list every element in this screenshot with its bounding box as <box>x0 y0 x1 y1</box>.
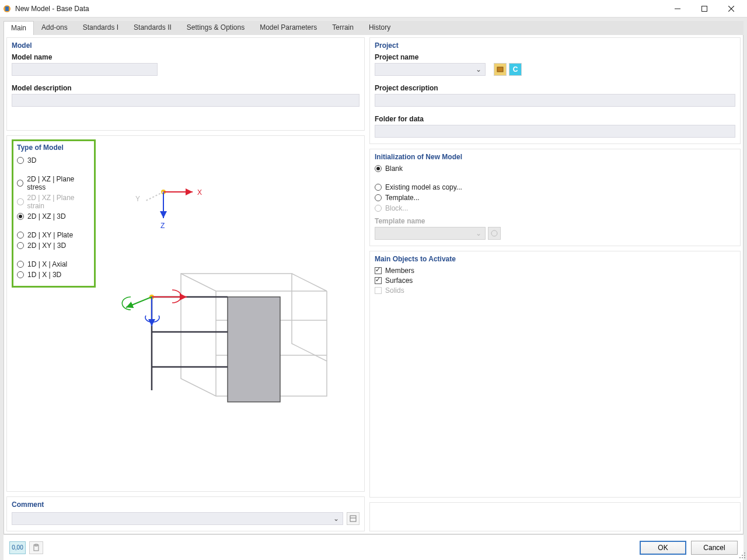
model-type-label: 2D | XY | Plate <box>27 231 73 239</box>
clipboard-button[interactable] <box>29 541 43 554</box>
titlebar: New Model - Base Data <box>0 0 747 18</box>
model-type-label: 1D | X | 3D <box>27 271 61 279</box>
svg-rect-3 <box>702 6 707 11</box>
chevron-down-icon: ⌄ <box>474 65 483 74</box>
init-title: Initialization of New Model <box>375 153 735 161</box>
model-type-option[interactable]: 2D | XY | 3D <box>17 242 90 250</box>
svg-point-28 <box>742 557 743 558</box>
svg-line-11 <box>145 192 163 201</box>
project-manager-button[interactable] <box>494 63 507 76</box>
init-option[interactable]: Template... <box>375 194 735 202</box>
svg-line-17 <box>126 297 152 307</box>
project-desc-label: Project description <box>375 84 735 92</box>
object-option[interactable]: Members <box>375 267 735 275</box>
svg-rect-1 <box>5 6 9 11</box>
tab-terrain[interactable]: Terrain <box>324 20 361 35</box>
init-option-label: Block... <box>385 204 408 212</box>
right-spacer-group <box>369 502 741 531</box>
chevron-down-icon: ⌄ <box>332 514 340 523</box>
tabstrip: Main Add-ons Standards I Standards II Se… <box>4 21 743 35</box>
model-type-option[interactable]: 3D <box>17 156 90 164</box>
project-desc-input[interactable] <box>375 94 735 107</box>
init-option-label: Blank <box>385 164 403 173</box>
svg-marker-13 <box>228 297 280 402</box>
svg-text:Z: Z <box>160 222 165 230</box>
init-option[interactable]: Blank <box>375 164 735 173</box>
ok-button[interactable]: OK <box>640 541 686 555</box>
init-group: Initialization of New Model BlankExistin… <box>369 149 741 246</box>
cancel-button[interactable]: Cancel <box>691 541 738 555</box>
project-name-label: Project name <box>375 53 735 61</box>
tab-history[interactable]: History <box>361 20 398 35</box>
object-option-label: Members <box>385 267 414 275</box>
resize-grip-icon[interactable] <box>739 552 746 559</box>
object-option[interactable]: Surfaces <box>375 276 735 285</box>
type-of-model-highlight: Type of Model 3D2D | XZ | Plane stress2D… <box>12 139 96 288</box>
model-type-label: 2D | XZ | Plane stress <box>27 175 90 191</box>
chevron-down-icon: ⌄ <box>474 229 483 237</box>
model-type-option[interactable]: 1D | X | Axial <box>17 260 90 268</box>
folder-input[interactable] <box>375 125 735 138</box>
tab-standards2[interactable]: Standards II <box>126 20 179 35</box>
init-option[interactable]: Existing model as copy... <box>375 183 735 191</box>
model-type-label: 2D | XY | 3D <box>27 242 66 250</box>
units-button[interactable]: 0,00 <box>9 541 26 554</box>
type-of-model-group: Type of Model 3D2D | XZ | Plane stress2D… <box>6 135 365 492</box>
init-option-label: Template... <box>385 194 420 202</box>
object-option-label: Surfaces <box>385 276 413 285</box>
tab-standards1[interactable]: Standards I <box>75 20 126 35</box>
project-name-dropdown[interactable]: ⌄ <box>375 63 486 76</box>
model-group-title: Model <box>12 41 359 50</box>
svg-point-25 <box>742 555 743 556</box>
model-type-label: 3D <box>27 156 36 164</box>
object-option-label: Solids <box>385 286 404 295</box>
objects-title: Main Objects to Activate <box>375 255 735 263</box>
svg-point-24 <box>744 552 745 554</box>
window-title: New Model - Base Data <box>15 5 664 13</box>
project-group: Project Project name ⌄ C Project descrip… <box>369 37 741 144</box>
model-desc-input[interactable] <box>12 94 359 107</box>
svg-rect-18 <box>350 516 356 522</box>
model-name-label: Model name <box>12 53 359 61</box>
template-name-label: Template name <box>375 217 735 225</box>
tab-model-params[interactable]: Model Parameters <box>252 20 324 35</box>
init-option-label: Existing model as copy... <box>385 183 462 191</box>
init-option: Block... <box>375 204 735 212</box>
model-type-label: 2D | XZ | 3D <box>27 212 66 220</box>
comment-edit-button[interactable] <box>347 512 359 525</box>
type-of-model-title: Type of Model <box>17 144 90 152</box>
svg-text:Y: Y <box>135 195 140 203</box>
model-desc-label: Model description <box>12 84 359 92</box>
close-button[interactable] <box>718 0 745 18</box>
maximize-button[interactable] <box>691 0 718 18</box>
model-type-option[interactable]: 2D | XZ | Plane stress <box>17 175 90 191</box>
app-icon <box>2 4 12 13</box>
tab-settings[interactable]: Settings & Options <box>179 20 252 35</box>
model-name-input[interactable] <box>12 63 158 76</box>
svg-rect-20 <box>497 67 503 72</box>
comment-title: Comment <box>12 501 359 509</box>
comment-input[interactable]: ⌄ <box>12 512 343 525</box>
tab-main[interactable]: Main <box>4 21 34 35</box>
svg-text:X: X <box>197 188 202 197</box>
model-type-option[interactable]: 1D | X | 3D <box>17 271 90 279</box>
model-type-option[interactable]: 2D | XZ | 3D <box>17 212 90 220</box>
svg-point-29 <box>744 557 745 558</box>
svg-point-27 <box>739 557 741 558</box>
folder-label: Folder for data <box>375 115 735 123</box>
cloud-button[interactable]: C <box>509 63 522 76</box>
comment-group: Comment ⌄ <box>6 496 365 531</box>
building-illustration <box>117 262 362 425</box>
model-type-label: 2D | XZ | Plane strain <box>27 194 90 210</box>
axes-icon: X Z Y <box>123 180 228 250</box>
model-type-label: 1D | X | Axial <box>27 260 67 268</box>
template-dropdown: ⌄ <box>375 227 486 240</box>
model-type-option[interactable]: 2D | XY | Plate <box>17 231 90 239</box>
minimize-button[interactable] <box>664 0 691 18</box>
svg-rect-23 <box>35 544 37 546</box>
model-preview: X Z Y <box>111 145 356 482</box>
tab-addons[interactable]: Add-ons <box>34 20 75 35</box>
model-type-option: 2D | XZ | Plane strain <box>17 194 90 210</box>
footer: 0,00 OK Cancel <box>4 534 743 560</box>
svg-point-21 <box>491 230 497 236</box>
